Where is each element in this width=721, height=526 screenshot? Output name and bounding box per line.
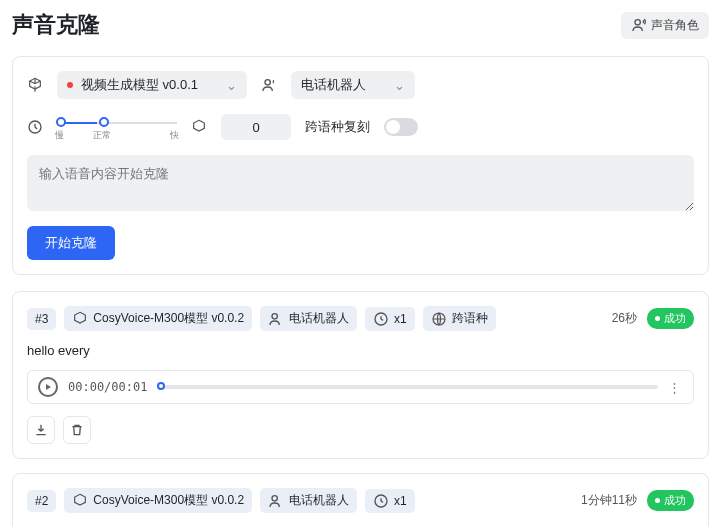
- more-icon[interactable]: ⋮: [668, 380, 683, 395]
- status-badge: 成功: [647, 490, 694, 511]
- gauge-icon: [373, 493, 389, 509]
- duration-label: 26秒: [612, 310, 637, 327]
- play-button[interactable]: [38, 377, 58, 397]
- voice-role-button[interactable]: 声音角色: [621, 12, 709, 39]
- model-tag: CosyVoice-M300模型 v0.0.2: [64, 306, 252, 331]
- speed-slider[interactable]: 慢 正常 快: [57, 113, 177, 141]
- pitch-icon: [191, 119, 207, 135]
- status-dot-icon: [67, 82, 73, 88]
- model-select-value: 视频生成模型 v0.0.1: [81, 76, 198, 94]
- chevron-down-icon: ⌄: [394, 78, 405, 93]
- slider-mid-label: 正常: [93, 129, 111, 142]
- globe-icon: [431, 311, 447, 327]
- model-select[interactable]: 视频生成模型 v0.0.1 ⌄: [57, 71, 247, 99]
- progress-bar[interactable]: [157, 385, 658, 389]
- trash-icon: [69, 422, 85, 438]
- gauge-icon: [373, 311, 389, 327]
- download-button[interactable]: [27, 416, 55, 444]
- download-icon: [33, 422, 49, 438]
- voice-tag: 电话机器人: [260, 306, 357, 331]
- config-panel: 视频生成模型 v0.0.1 ⌄ 电话机器人 ⌄ 慢 正常 快 0 跨语种复刻 开…: [12, 56, 709, 275]
- result-text: hello every: [27, 343, 694, 358]
- voice-icon: [261, 77, 277, 93]
- time-display: 00:00/00:01: [68, 380, 147, 394]
- svg-point-1: [265, 80, 270, 85]
- cube-icon: [72, 311, 88, 327]
- svg-point-0: [635, 20, 640, 25]
- model-tag: CosyVoice-M300模型 v0.0.2: [64, 488, 252, 513]
- number-input[interactable]: 0: [221, 114, 291, 140]
- index-tag: #3: [27, 308, 56, 330]
- voice-role-label: 声音角色: [651, 17, 699, 34]
- result-card: #3 CosyVoice-M300模型 v0.0.2 电话机器人 x1 跨语种 …: [12, 291, 709, 459]
- cross-lang-label: 跨语种复刻: [305, 118, 370, 136]
- start-clone-button[interactable]: 开始克隆: [27, 226, 115, 260]
- audio-player: 00:00/00:01 ⋮: [27, 370, 694, 404]
- user-voice-icon: [631, 17, 647, 33]
- index-tag: #2: [27, 490, 56, 512]
- person-icon: [268, 493, 284, 509]
- speed-icon: [27, 119, 43, 135]
- cross-lang-toggle[interactable]: [384, 118, 418, 136]
- speed-tag: x1: [365, 307, 415, 331]
- slider-min-label: 慢: [55, 129, 64, 142]
- svg-point-6: [272, 495, 277, 500]
- speed-tag: x1: [365, 489, 415, 513]
- duration-label: 1分钟11秒: [581, 492, 637, 509]
- model-icon: [27, 77, 43, 93]
- cube-icon: [72, 493, 88, 509]
- voice-select-value: 电话机器人: [301, 76, 366, 94]
- svg-point-3: [272, 313, 277, 318]
- cross-lang-tag: 跨语种: [423, 306, 496, 331]
- result-card: #2 CosyVoice-M300模型 v0.0.2 电话机器人 x1 1分钟1…: [12, 473, 709, 526]
- voice-tag: 电话机器人: [260, 488, 357, 513]
- delete-button[interactable]: [63, 416, 91, 444]
- text-input[interactable]: [27, 155, 694, 211]
- slider-max-label: 快: [170, 129, 179, 142]
- page-title: 声音克隆: [12, 10, 100, 40]
- person-icon: [268, 311, 284, 327]
- status-badge: 成功: [647, 308, 694, 329]
- voice-select[interactable]: 电话机器人 ⌄: [291, 71, 415, 99]
- chevron-down-icon: ⌄: [226, 78, 237, 93]
